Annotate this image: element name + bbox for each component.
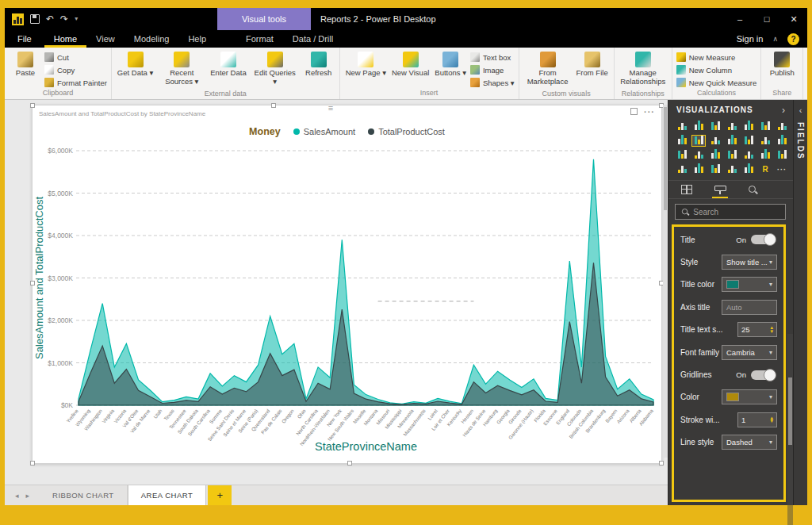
new-page-button[interactable]: New Page ▾ [344, 50, 388, 79]
title-text-s-spinner[interactable]: 25▴▾ [737, 322, 777, 337]
title-color-picker[interactable]: ▾ [722, 277, 777, 292]
font-family-dropdown[interactable]: Cambria▾ [722, 345, 777, 360]
undo-icon[interactable]: ↶ [46, 14, 54, 24]
manage-relationships-button[interactable]: Manage Relationships [619, 50, 668, 88]
from-marketplace-button[interactable]: From Marketplace [523, 50, 573, 88]
line-clustered-column-chart-icon[interactable] [725, 135, 739, 147]
close-button[interactable]: ✕ [780, 8, 807, 30]
stacked-bar-chart-icon[interactable] [675, 121, 689, 132]
map-icon[interactable] [725, 149, 739, 161]
area-chart-visual[interactable]: $0K$1,000K$2,000K$3,000K$4,000K$5,000K$6… [33, 137, 663, 463]
format-scrollbar[interactable] [787, 334, 793, 525]
fields-tab[interactable] [681, 181, 692, 198]
canvas-scrollbar-thumb[interactable] [664, 107, 667, 210]
title-toggle[interactable] [751, 235, 775, 244]
new-page-tab-button[interactable]: + [208, 485, 232, 505]
scatter-chart-icon[interactable] [775, 135, 789, 147]
clustered-column-chart-icon[interactable] [725, 121, 739, 132]
legend-item-salesamount[interactable]: SalesAmount [293, 127, 355, 136]
gauge-icon[interactable] [775, 149, 789, 161]
menu-format[interactable]: Format [236, 30, 283, 48]
funnel-icon[interactable] [758, 149, 772, 161]
stroke-wi-spinner[interactable]: 1▴▾ [737, 412, 777, 427]
menu-data-drill[interactable]: Data / Drill [283, 30, 343, 48]
save-icon[interactable] [30, 14, 40, 24]
axis-title-input[interactable]: Auto [722, 300, 777, 315]
edit-queries-button[interactable]: Edit Queries ▾ [251, 50, 300, 88]
report-canvas[interactable]: ≡ ··· SalesAmount and TotalProductCost b… [5, 100, 668, 485]
donut-chart-icon[interactable] [691, 149, 706, 161]
stacked-column-chart-icon[interactable] [691, 121, 706, 132]
resize-handle-top-left[interactable] [30, 103, 35, 108]
cut-button[interactable]: Cut [44, 52, 107, 62]
line-style-dropdown[interactable]: Dashed▾ [722, 435, 777, 450]
search-input[interactable] [693, 208, 780, 217]
copy-button[interactable]: Copy [44, 65, 107, 75]
image-button[interactable]: Image [470, 65, 515, 75]
focus-mode-icon[interactable] [630, 108, 638, 115]
next-page-icon[interactable]: ▸ [26, 492, 30, 500]
visual-drag-grip-icon[interactable]: ≡ [328, 103, 333, 113]
treemap-icon[interactable] [708, 149, 722, 161]
color-picker[interactable]: ▾ [722, 389, 777, 404]
menu-help[interactable]: Help [178, 30, 216, 48]
gridlines-toggle[interactable] [751, 370, 775, 380]
r-script-icon[interactable]: R [758, 163, 772, 175]
page-tab-area-chart[interactable]: AREA CHART [128, 485, 207, 505]
new-visual-button[interactable]: New Visual [390, 50, 431, 79]
menu-home[interactable]: Home [44, 30, 86, 48]
customize-toolbar-dropdown-icon[interactable]: ▾ [75, 16, 78, 22]
minimize-button[interactable]: – [726, 8, 753, 30]
format-scrollbar-thumb[interactable] [788, 377, 792, 445]
menu-view[interactable]: View [86, 30, 124, 48]
prev-page-icon[interactable]: ◂ [15, 492, 19, 500]
enter-data-button[interactable]: Enter Data [209, 50, 247, 79]
table-icon[interactable] [741, 163, 756, 175]
search-box[interactable] [675, 204, 786, 220]
menu-modeling[interactable]: Modeling [124, 30, 179, 48]
new-quick-measure-button[interactable]: New Quick Measure [676, 78, 757, 87]
format-tab[interactable] [714, 181, 726, 198]
collapse-ribbon-icon[interactable]: ∧ [772, 35, 778, 43]
area-chart-icon[interactable] [691, 135, 706, 147]
waterfall-chart-icon[interactable] [758, 135, 772, 147]
kpi-icon[interactable] [708, 163, 722, 175]
clustered-bar-chart-icon[interactable] [708, 121, 722, 132]
maximize-button[interactable]: □ [753, 8, 780, 30]
spinner-arrows-icon[interactable]: ▴▾ [770, 326, 773, 333]
resize-handle-top[interactable] [271, 103, 276, 108]
format-painter-button[interactable]: Format Painter [44, 78, 107, 87]
pie-chart-icon[interactable] [675, 149, 689, 161]
report-page[interactable]: ≡ ··· SalesAmount and TotalProductCost b… [32, 105, 662, 464]
new-column-button[interactable]: New Column [676, 65, 757, 75]
menu-file[interactable]: File [5, 30, 44, 48]
more-options-icon[interactable]: ··· [644, 109, 655, 115]
legend-item-totalproductcost[interactable]: TotalProductCost [368, 127, 445, 136]
help-icon[interactable]: ? [787, 33, 799, 45]
more-visuals-icon[interactable]: ··· [775, 163, 789, 175]
buttons-button[interactable]: Buttons ▾ [433, 50, 468, 79]
line-stacked-column-chart-icon[interactable] [741, 135, 756, 147]
collapse-visualizations-icon[interactable]: › [782, 105, 785, 116]
text-box-button[interactable]: Text box [470, 52, 515, 62]
multi-row-card-icon[interactable] [691, 163, 706, 175]
visual-tools-badge[interactable]: Visual tools [217, 8, 311, 30]
get-data-button[interactable]: Get Data ▾ [116, 50, 155, 79]
line-chart-icon[interactable] [675, 135, 689, 147]
100-stacked-column-chart-icon[interactable] [758, 121, 772, 132]
refresh-button[interactable]: Refresh [302, 50, 335, 79]
from-file-button[interactable]: From File [575, 50, 610, 79]
paste-button[interactable]: Paste [9, 50, 42, 79]
filled-map-icon[interactable] [741, 149, 756, 161]
analytics-tab[interactable] [748, 181, 758, 198]
shapes-button[interactable]: Shapes ▾ [470, 78, 515, 87]
expand-fields-icon[interactable]: ‹ [799, 105, 802, 115]
spinner-arrows-icon[interactable]: ▴▾ [770, 416, 773, 423]
publish-button[interactable]: Publish [765, 50, 799, 79]
100-stacked-bar-chart-icon[interactable] [741, 121, 756, 132]
recent-sources-button[interactable]: Recent Sources ▾ [157, 50, 206, 88]
slicer-icon[interactable] [725, 163, 739, 175]
page-tab-ribbon-chart[interactable]: RIBBON CHART [40, 485, 128, 505]
card-icon[interactable] [675, 163, 689, 175]
ribbon-chart-icon[interactable] [775, 121, 789, 132]
